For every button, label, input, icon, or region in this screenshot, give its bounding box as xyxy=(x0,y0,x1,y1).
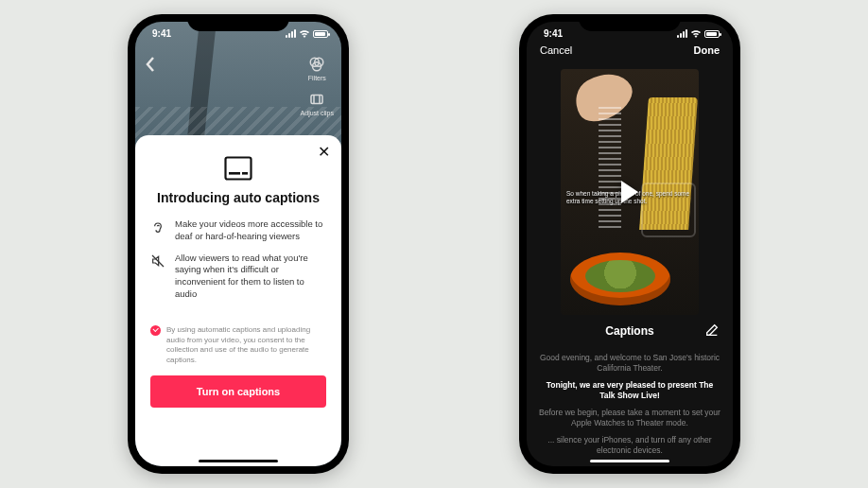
editor-nav: Cancel Done xyxy=(527,44,733,56)
filters-icon xyxy=(308,56,325,73)
caption-line[interactable]: ... silence your iPhones, and turn off a… xyxy=(538,435,721,457)
wifi-icon xyxy=(299,29,310,38)
play-icon[interactable] xyxy=(621,181,638,203)
consent-text: By using automatic captions and uploadin… xyxy=(166,325,326,366)
status-time: 9:41 xyxy=(152,28,171,39)
notch xyxy=(187,14,289,31)
consent-check-icon xyxy=(150,325,161,336)
cancel-button[interactable]: Cancel xyxy=(540,44,572,56)
adjust-clips-icon xyxy=(308,91,325,108)
status-time: 9:41 xyxy=(544,28,563,39)
svg-rect-3 xyxy=(311,96,322,104)
svg-rect-5 xyxy=(229,172,240,175)
caption-line[interactable]: Before we begin, please take a moment to… xyxy=(538,408,721,429)
cellular-icon xyxy=(286,29,296,38)
done-button[interactable]: Done xyxy=(694,44,720,56)
phone-left: 9:41 Filters Adjust clips xyxy=(128,14,349,474)
filters-tool[interactable]: Filters xyxy=(301,56,334,81)
ear-icon xyxy=(150,219,165,235)
battery-icon xyxy=(704,30,720,38)
svg-rect-4 xyxy=(226,158,252,180)
adjust-clips-tool[interactable]: Adjust clips xyxy=(301,91,334,116)
back-button[interactable] xyxy=(145,56,156,77)
svg-rect-6 xyxy=(242,172,248,175)
battery-icon xyxy=(313,30,328,38)
feature-mute-text: Allow viewers to read what you're saying… xyxy=(175,253,326,301)
filters-label: Filters xyxy=(308,75,326,81)
wifi-icon xyxy=(690,29,702,38)
turn-on-captions-button[interactable]: Turn on captions xyxy=(150,375,326,408)
pencil-icon xyxy=(704,322,720,338)
captions-list[interactable]: Good evening, and welcome to San Jose's … xyxy=(538,347,721,461)
sound-off-icon xyxy=(150,253,165,269)
feature-mute: Allow viewers to read what you're saying… xyxy=(150,253,326,301)
consent-row: By using automatic captions and uploadin… xyxy=(150,325,326,366)
screen-left: 9:41 Filters Adjust clips xyxy=(135,22,341,466)
editor-side-toolbar: Filters Adjust clips xyxy=(301,56,334,126)
captions-hero-icon xyxy=(224,156,252,181)
feature-accessibility: Make your videos more accessible to deaf… xyxy=(150,218,326,243)
caption-line-active[interactable]: Tonight, we are very pleased to present … xyxy=(538,380,721,402)
edit-captions-button[interactable] xyxy=(704,322,720,340)
captions-label: Captions xyxy=(605,324,653,338)
caption-line[interactable]: Good evening, and welcome to San Jose's … xyxy=(538,353,721,375)
close-button[interactable]: ✕ xyxy=(318,145,330,160)
home-indicator[interactable] xyxy=(590,460,669,462)
screen-right: 9:41 Cancel Done xyxy=(527,22,733,466)
home-indicator[interactable] xyxy=(199,460,278,462)
sheet-title: Introducing auto captions xyxy=(150,190,326,205)
auto-captions-sheet: ✕ Introducing auto captions Make your vi… xyxy=(135,135,341,466)
adjust-clips-label: Adjust clips xyxy=(301,110,334,116)
cta-label: Turn on captions xyxy=(197,386,280,397)
cellular-icon xyxy=(677,29,687,38)
close-icon: ✕ xyxy=(318,144,330,160)
video-preview[interactable]: So when taking a picture of one, spend s… xyxy=(561,69,699,315)
captions-header: Captions xyxy=(527,324,733,338)
feature-accessibility-text: Make your videos more accessible to deaf… xyxy=(175,218,326,243)
notch xyxy=(579,14,681,31)
captions-editor: 9:41 Cancel Done xyxy=(527,22,733,466)
phone-right: 9:41 Cancel Done xyxy=(519,14,740,474)
